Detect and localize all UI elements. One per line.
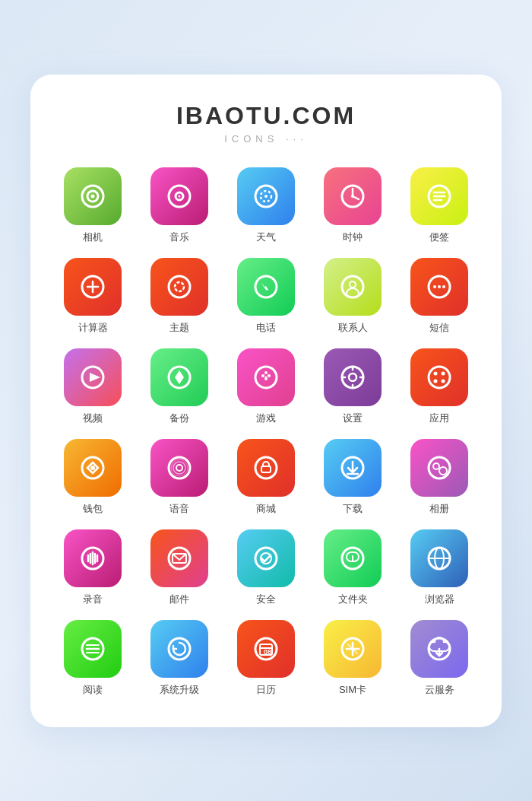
- svg-point-53: [255, 457, 277, 478]
- icon-item-game[interactable]: 游戏: [226, 348, 306, 425]
- icon-item-video[interactable]: 视频: [53, 348, 132, 425]
- icon-box-notes[interactable]: [410, 167, 468, 225]
- main-card: IBAOTU.COM ICONS ··· 相机音乐天气时钟便签计算器主题电话联系…: [30, 75, 502, 727]
- icon-item-backup[interactable]: 备份: [140, 348, 219, 425]
- icon-label-phone: 电话: [256, 321, 276, 335]
- icon-item-folder[interactable]: 文件夹: [313, 529, 392, 606]
- icon-box-camera[interactable]: [64, 167, 122, 225]
- icon-item-cloud[interactable]: 云服务: [400, 620, 479, 697]
- icon-label-download: 下载: [343, 502, 363, 516]
- icon-label-settings: 设置: [343, 412, 363, 425]
- icon-box-security[interactable]: [237, 529, 295, 587]
- icon-label-backup: 备份: [169, 412, 189, 425]
- icon-box-wallet[interactable]: [64, 439, 122, 497]
- svg-point-50: [176, 465, 182, 471]
- svg-point-80: [169, 638, 190, 660]
- icon-box-sms[interactable]: [410, 258, 468, 316]
- svg-text:08: 08: [264, 648, 271, 656]
- icon-item-notes[interactable]: 便签: [400, 167, 479, 244]
- svg-point-42: [429, 367, 450, 388]
- icon-box-browser[interactable]: [410, 529, 468, 587]
- icon-box-video[interactable]: [64, 348, 122, 406]
- icon-item-browser[interactable]: 浏览器: [400, 529, 479, 606]
- site-title: IBAOTU.COM: [53, 102, 479, 130]
- icon-box-update[interactable]: [150, 620, 208, 678]
- svg-point-49: [169, 457, 190, 478]
- icon-item-weather[interactable]: 天气: [226, 167, 306, 244]
- icon-box-contacts[interactable]: [324, 258, 382, 316]
- svg-point-2: [91, 194, 95, 198]
- icon-item-recorder[interactable]: 录音: [53, 529, 132, 606]
- icon-box-folder[interactable]: [324, 529, 382, 587]
- icon-item-music[interactable]: 音乐: [140, 167, 219, 244]
- svg-point-24: [350, 281, 356, 288]
- icon-label-security: 安全: [256, 593, 276, 606]
- icon-box-voice[interactable]: [150, 439, 208, 497]
- icon-label-sms: 短信: [429, 321, 449, 335]
- svg-point-20: [169, 276, 190, 297]
- icon-box-phone[interactable]: [237, 258, 295, 316]
- icon-box-mail[interactable]: [150, 529, 208, 587]
- icon-item-theme[interactable]: 主题: [140, 258, 219, 335]
- icon-box-store[interactable]: [237, 439, 295, 497]
- icon-item-sim[interactable]: SIM卡: [313, 620, 392, 697]
- icon-box-recorder[interactable]: [64, 529, 122, 587]
- icon-box-weather[interactable]: [237, 167, 295, 225]
- icon-item-mail[interactable]: 邮件: [140, 529, 219, 606]
- icon-label-calendar: 日历: [256, 683, 276, 697]
- icon-item-clock[interactable]: 时钟: [313, 167, 392, 244]
- icon-label-game: 游戏: [256, 412, 276, 425]
- svg-point-39: [265, 376, 268, 378]
- icon-box-backup[interactable]: [150, 348, 208, 406]
- icon-box-download[interactable]: [324, 439, 382, 497]
- icon-item-phone[interactable]: 电话: [226, 258, 306, 335]
- icon-box-music[interactable]: [150, 167, 208, 225]
- svg-point-37: [268, 374, 271, 377]
- icon-item-download[interactable]: 下载: [313, 439, 392, 516]
- icon-label-contacts: 联系人: [338, 321, 368, 335]
- svg-point-48: [90, 466, 95, 470]
- icons-grid: 相机音乐天气时钟便签计算器主题电话联系人短信视频备份游戏设置应用钱包语音商城下载…: [53, 167, 479, 697]
- icon-label-store: 商城: [256, 502, 276, 516]
- icon-item-calendar[interactable]: 08日历: [226, 620, 306, 697]
- icon-box-clock[interactable]: [324, 167, 382, 225]
- icon-box-album[interactable]: [410, 439, 468, 497]
- svg-point-45: [434, 379, 438, 383]
- svg-point-51: [173, 462, 185, 474]
- icon-item-reading[interactable]: 阅读: [53, 620, 132, 697]
- icon-box-cloud[interactable]: [410, 620, 468, 678]
- icon-box-theme[interactable]: [150, 258, 208, 316]
- icon-box-settings[interactable]: [324, 348, 382, 406]
- icon-item-sms[interactable]: 短信: [400, 258, 479, 335]
- icon-item-store[interactable]: 商城: [226, 439, 306, 516]
- header: IBAOTU.COM ICONS ···: [53, 102, 479, 145]
- icon-box-apps[interactable]: [410, 348, 468, 406]
- icon-label-wallet: 钱包: [83, 502, 103, 516]
- icon-item-calc[interactable]: 计算器: [53, 258, 132, 335]
- icon-box-sim[interactable]: [324, 620, 382, 678]
- icon-item-apps[interactable]: 应用: [400, 348, 479, 425]
- icon-item-voice[interactable]: 语音: [140, 439, 219, 516]
- icon-label-apps: 应用: [429, 412, 449, 425]
- svg-point-35: [261, 374, 264, 377]
- icon-box-calc[interactable]: [64, 258, 122, 316]
- icon-item-update[interactable]: 系统升级: [140, 620, 219, 697]
- svg-point-69: [255, 548, 277, 569]
- icon-box-calendar[interactable]: 08: [237, 620, 295, 678]
- svg-point-27: [438, 285, 441, 288]
- icon-label-theme: 主题: [169, 321, 189, 335]
- svg-point-28: [442, 285, 445, 288]
- icon-item-contacts[interactable]: 联系人: [313, 258, 392, 335]
- icon-box-game[interactable]: [237, 348, 295, 406]
- icon-item-settings[interactable]: 设置: [313, 348, 392, 425]
- icon-item-album[interactable]: 相册: [400, 439, 479, 516]
- icon-label-camera: 相机: [83, 230, 103, 244]
- icon-item-wallet[interactable]: 钱包: [53, 439, 132, 516]
- svg-point-43: [434, 371, 438, 375]
- icon-box-reading[interactable]: [64, 620, 122, 678]
- svg-point-60: [439, 467, 447, 475]
- icon-label-mail: 邮件: [169, 593, 189, 606]
- svg-point-59: [433, 463, 439, 469]
- icon-item-security[interactable]: 安全: [226, 529, 306, 606]
- icon-item-camera[interactable]: 相机: [53, 167, 132, 244]
